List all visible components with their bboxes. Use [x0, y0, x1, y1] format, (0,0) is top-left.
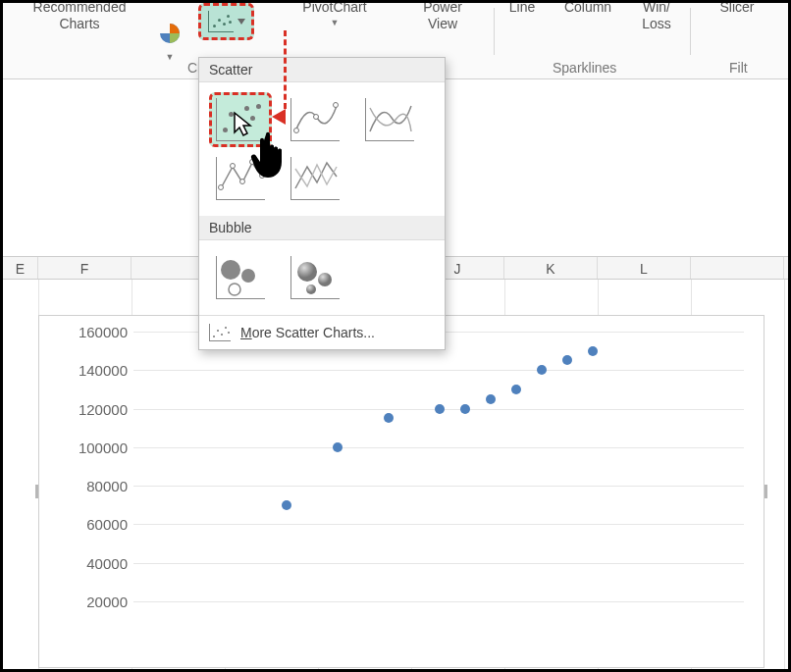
chart-gridline [133, 486, 744, 487]
column-header[interactable]: L [598, 257, 691, 279]
sparklines-group-label: Sparklines [553, 60, 616, 76]
callout-arrow-head [272, 109, 286, 125]
svg-point-3 [297, 262, 317, 282]
pie-icon [157, 21, 183, 46]
power-view-button[interactable]: Power View [403, 0, 482, 32]
svg-point-0 [221, 260, 240, 280]
chevron-down-icon [237, 19, 245, 25]
chart-gridline [133, 447, 744, 448]
sparkline-line-label: Line [509, 0, 535, 15]
slicer-label: Slicer [719, 0, 754, 15]
chart-gridline [133, 563, 744, 564]
svg-point-2 [229, 284, 240, 295]
group-separator [494, 8, 495, 55]
sparkline-column-label: Column [564, 0, 611, 15]
more-scatter-charts-button[interactable]: More Scatter Charts... [199, 315, 445, 349]
scatter-mini-icon [209, 324, 231, 341]
sparkline-winloss-button[interactable]: Win/ Loss [627, 0, 686, 32]
scatter-icon [208, 11, 234, 32]
chart-data-point [588, 346, 598, 356]
chart-data-point [282, 500, 291, 510]
scatter-smooth-markers-icon [290, 98, 340, 141]
callout-arrow [284, 30, 287, 109]
svg-point-1 [241, 269, 255, 283]
svg-point-5 [306, 284, 316, 294]
chart-ytick-label: 140000 [59, 362, 128, 379]
power-view-label: Power View [423, 0, 462, 31]
chart-data-point [333, 442, 343, 452]
svg-point-4 [318, 273, 332, 286]
chart-data-point [511, 385, 521, 394]
chart-ytick-label: 80000 [59, 478, 128, 494]
chart-gridline [133, 524, 744, 525]
column-header[interactable]: F [38, 257, 132, 279]
chart-ytick-label: 160000 [59, 324, 128, 340]
slicer-button[interactable]: Slicer [708, 0, 766, 16]
scatter-smooth-option[interactable] [358, 92, 421, 147]
bubble-section-header: Bubble [199, 216, 445, 240]
pivotchart-label: PivotChart [302, 0, 366, 15]
bubble-icon [216, 256, 265, 299]
bubble-option[interactable] [209, 250, 272, 305]
chart-plot-area [133, 332, 744, 638]
chart-data-point [486, 394, 496, 404]
column-header[interactable] [691, 257, 784, 279]
chart-data-point [562, 355, 572, 365]
chart-data-point [460, 404, 470, 414]
recommended-charts-button[interactable]: Recommended Charts [11, 0, 148, 32]
chart-ytick-label: 60000 [59, 516, 128, 533]
chart-ytick-label: 40000 [59, 554, 128, 571]
filters-group-label: Filt [729, 60, 748, 76]
more-scatter-label: More Scatter Charts... [240, 325, 375, 340]
resize-handle-left[interactable] [35, 485, 38, 498]
chart-gridline [133, 370, 744, 371]
chart-data-point [435, 404, 445, 414]
pie-chart-button[interactable]: ▼ [150, 21, 189, 63]
scatter-chart-ribbon-button[interactable] [198, 3, 254, 40]
recommended-charts-label: Recommended Charts [33, 0, 127, 31]
chart-data-point [384, 413, 394, 423]
embedded-chart[interactable]: 2000040000600008000010000012000014000016… [38, 315, 765, 668]
bubble-3d-icon [290, 256, 340, 299]
resize-handle-right[interactable] [765, 485, 767, 498]
sparkline-column-button[interactable]: Column [553, 0, 623, 16]
chart-ytick-label: 120000 [59, 400, 128, 417]
chart-ytick-label: 100000 [59, 439, 128, 455]
hand-pointer-icon [248, 129, 295, 181]
scatter-straight-icon [290, 157, 340, 200]
column-header[interactable]: E [3, 257, 38, 279]
pivotchart-button[interactable]: PivotChart ▼ [286, 0, 384, 28]
chart-data-point [537, 365, 547, 375]
chart-gridline [133, 601, 744, 602]
chart-ytick-label: 20000 [59, 593, 128, 609]
group-separator [690, 8, 691, 55]
bubble-3d-option[interactable] [284, 250, 346, 305]
column-header[interactable]: K [504, 257, 598, 279]
scatter-smooth-icon [365, 98, 414, 141]
sparkline-line-button[interactable]: Line [498, 0, 547, 16]
sparkline-winloss-label: Win/ Loss [642, 0, 671, 31]
scatter-chart-dropdown: Scatter [198, 57, 446, 350]
scatter-section-header: Scatter [199, 58, 445, 82]
